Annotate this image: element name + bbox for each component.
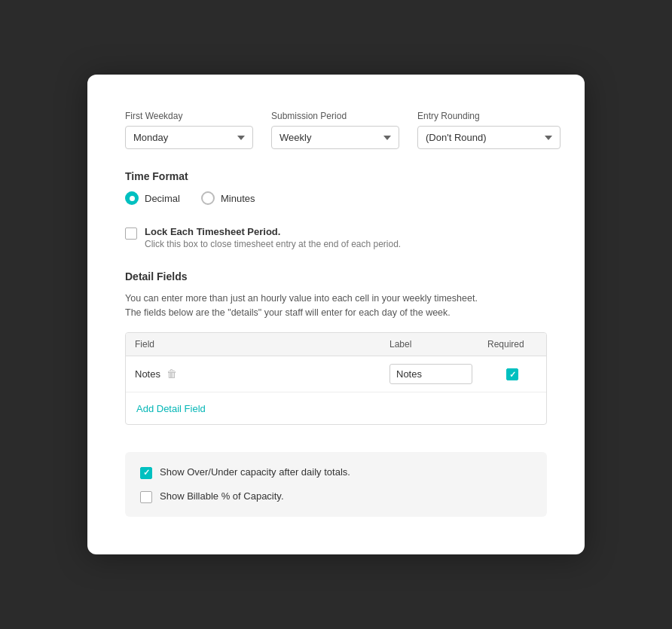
col-required: Required: [478, 333, 546, 356]
detail-desc-1: You can enter more than just an hourly v…: [125, 292, 547, 320]
detail-fields-title: Detail Fields: [125, 270, 547, 282]
radio-minutes-dot: [201, 191, 215, 205]
label-input[interactable]: [389, 364, 472, 384]
over-under-row: Show Over/Under capacity after daily tot…: [140, 466, 532, 479]
bottom-section: Show Over/Under capacity after daily tot…: [125, 452, 547, 517]
radio-decimal-label: Decimal: [145, 193, 180, 204]
label-cell: [380, 356, 478, 392]
time-format-title: Time Format: [125, 170, 547, 182]
lock-description: Click this box to close timesheet entry …: [145, 239, 401, 249]
table-row: Notes 🗑: [126, 356, 546, 392]
detail-table-header: Field Label Required: [126, 333, 546, 356]
detail-fields-section: Detail Fields You can enter more than ju…: [125, 270, 547, 425]
over-under-label: Show Over/Under capacity after daily tot…: [160, 466, 350, 478]
lock-text: Lock Each Timesheet Period. Click this b…: [145, 226, 401, 249]
billable-label: Show Billable % of Capacity.: [160, 490, 284, 502]
dropdowns-row: First Weekday Monday Tuesday Wednesday T…: [125, 111, 547, 149]
first-weekday-select[interactable]: Monday Tuesday Wednesday Thursday Friday…: [125, 126, 253, 149]
radio-decimal-dot: [125, 191, 139, 205]
first-weekday-label: First Weekday: [125, 111, 253, 121]
required-checkbox[interactable]: [506, 368, 518, 380]
entry-rounding-group: Entry Rounding (Don't Round) 15 Minutes …: [417, 111, 561, 149]
required-cell: [478, 359, 546, 388]
field-name: Notes: [135, 368, 160, 380]
col-field: Field: [126, 333, 380, 356]
radio-decimal[interactable]: Decimal: [125, 191, 180, 205]
over-under-checkbox[interactable]: [140, 467, 152, 479]
submission-period-group: Submission Period Weekly Bi-Weekly Month…: [271, 111, 399, 149]
first-weekday-group: First Weekday Monday Tuesday Wednesday T…: [125, 111, 253, 149]
radio-minutes[interactable]: Minutes: [201, 191, 255, 205]
radio-minutes-label: Minutes: [221, 193, 255, 204]
settings-card: First Weekday Monday Tuesday Wednesday T…: [87, 75, 585, 554]
delete-icon[interactable]: 🗑: [166, 368, 177, 380]
entry-rounding-select[interactable]: (Don't Round) 15 Minutes 30 Minutes 1 Ho…: [417, 126, 561, 149]
billable-row: Show Billable % of Capacity.: [140, 490, 532, 503]
add-detail-link[interactable]: Add Detail Field: [136, 403, 206, 414]
time-format-section: Time Format Decimal Minutes: [125, 170, 547, 205]
field-cell: Notes 🗑: [126, 360, 380, 387]
col-label: Label: [380, 333, 478, 356]
time-format-radio-group: Decimal Minutes: [125, 191, 547, 205]
lock-checkbox[interactable]: [125, 227, 137, 240]
submission-period-select[interactable]: Weekly Bi-Weekly Monthly: [271, 126, 399, 149]
billable-checkbox[interactable]: [140, 491, 152, 503]
lock-label: Lock Each Timesheet Period.: [145, 226, 401, 237]
add-detail-row: Add Detail Field: [126, 392, 546, 424]
detail-table: Field Label Required Notes 🗑 Add Detail …: [125, 332, 547, 425]
lock-section: Lock Each Timesheet Period. Click this b…: [125, 226, 547, 249]
submission-period-label: Submission Period: [271, 111, 399, 121]
entry-rounding-label: Entry Rounding: [417, 111, 561, 121]
